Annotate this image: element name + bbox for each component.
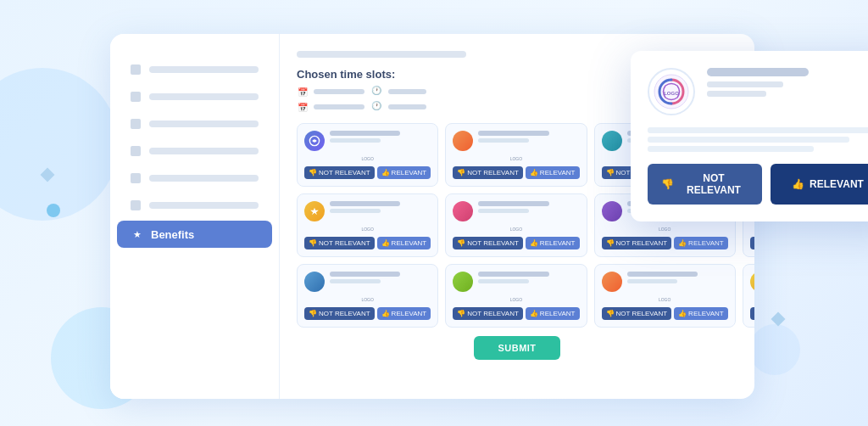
card-9-title-line — [330, 272, 400, 277]
card-5-title-line — [330, 201, 400, 206]
thumbs-down-icon-7: 👎 — [606, 239, 615, 247]
card-1: LOGO 👎 NOT RELEVANT 👍 RELEVANT — [297, 123, 438, 187]
thumbs-down-icon-9: 👎 — [309, 310, 317, 317]
popup-relevant-label: RELEVANT — [810, 178, 864, 190]
card-10-sub-line — [478, 279, 529, 283]
card-9-not-relevant-btn[interactable]: 👎 NOT RELEVANT — [304, 307, 375, 320]
card-10-relevant-btn[interactable]: 👍 RELEVANT — [526, 307, 580, 320]
sidebar-item-1[interactable] — [117, 58, 272, 81]
card-6-not-relevant-label: NOT RELEVANT — [467, 239, 519, 247]
popup-desc-line-2 — [648, 137, 849, 143]
card-2-logo — [453, 131, 473, 151]
card-11-not-relevant-btn[interactable]: 👎 NOT RELEVANT — [602, 307, 672, 320]
sidebar-label-5 — [149, 175, 259, 182]
card-1-not-relevant-label: NOT RELEVANT — [319, 169, 370, 177]
card-1-title-line — [330, 131, 400, 136]
card-6-relevant-btn[interactable]: 👍 RELEVANT — [526, 237, 580, 249]
card-9-header — [304, 272, 431, 292]
thumbs-down-icon-11: 👎 — [606, 310, 615, 317]
card-10-title-line — [478, 272, 548, 277]
popup-desc-lines — [648, 127, 868, 152]
card-12-not-relevant-btn[interactable]: 👎 NOT RELEVANT — [750, 307, 754, 320]
card-11-sub-line — [627, 279, 678, 283]
submit-button[interactable]: SUBMIT — [474, 336, 559, 360]
card-12: LOGO 👎 NOT RELEVANT 👍 RELEVANT — [743, 264, 754, 328]
card-10-text — [478, 272, 579, 283]
card-2-relevant-btn[interactable]: 👍 RELEVANT — [526, 166, 580, 179]
top-bar-placeholder — [297, 51, 466, 58]
card-11: LOGO 👎 NOT RELEVANT 👍 RELEVANT — [594, 264, 736, 328]
popup-sub-line-1 — [707, 81, 783, 87]
card-5-not-relevant-btn[interactable]: 👎 NOT RELEVANT — [304, 237, 375, 249]
card-2-not-relevant-label: NOT RELEVANT — [467, 169, 519, 177]
card-8-not-relevant-btn[interactable]: 👎 NOT RELEVANT — [750, 237, 754, 249]
card-6-not-relevant-btn[interactable]: 👎 NOT RELEVANT — [453, 237, 523, 249]
card-11-logo — [602, 272, 622, 292]
sidebar-item-6[interactable] — [117, 193, 272, 217]
thumbs-up-icon-10: 👍 — [530, 310, 538, 317]
svg-text:LOGO: LOGO — [664, 91, 679, 96]
sidebar-item-benefits[interactable]: ★ Benefits — [117, 221, 272, 248]
popup-title-block — [707, 68, 868, 100]
card-9-relevant-btn[interactable]: 👍 RELEVANT — [377, 307, 431, 320]
sidebar-item-3[interactable] — [117, 112, 272, 136]
sidebar-item-2[interactable] — [117, 85, 272, 109]
card-5-not-relevant-label: NOT RELEVANT — [319, 239, 370, 247]
card-2-not-relevant-btn[interactable]: 👎 NOT RELEVANT — [453, 166, 523, 179]
bg-blob-4 — [749, 324, 800, 375]
card-1-text — [330, 131, 431, 143]
sidebar-icon-4 — [131, 146, 141, 156]
popup-card: LOGO 👎 NOT RELEVANT 👍 RELEVANT — [631, 51, 868, 221]
card-10-relevant-label: RELEVANT — [540, 310, 576, 317]
card-6-sub-line — [478, 209, 529, 213]
popup-relevant-button[interactable]: 👍 RELEVANT — [771, 164, 868, 205]
sidebar-label-1 — [149, 66, 259, 73]
card-1-logo-label: LOGO — [304, 156, 431, 161]
sidebar-icon-3 — [131, 119, 141, 129]
card-11-title-line — [627, 272, 698, 277]
card-1-logo — [304, 131, 325, 151]
card-1-not-relevant-btn[interactable]: 👎 NOT RELEVANT — [304, 166, 375, 179]
card-7-not-relevant-btn[interactable]: 👎 NOT RELEVANT — [602, 237, 672, 249]
card-12-logo-label: LOGO — [750, 297, 754, 302]
thumbs-up-icon-5: 👍 — [381, 239, 390, 247]
card-12-logo — [750, 272, 754, 292]
thumbs-up-icon-7: 👍 — [678, 239, 687, 247]
card-10-not-relevant-btn[interactable]: 👎 NOT RELEVANT — [453, 307, 523, 320]
card-7-relevant-btn[interactable]: 👍 RELEVANT — [674, 237, 728, 249]
popup-logo: LOGO — [648, 68, 695, 115]
thumbs-down-icon-2: 👎 — [457, 169, 465, 177]
card-5-sub-line — [330, 209, 381, 213]
card-1-relevant-btn[interactable]: 👍 RELEVANT — [377, 166, 431, 179]
popup-desc-line-3 — [648, 146, 814, 152]
card-6-logo-label: LOGO — [453, 227, 579, 232]
card-11-relevant-btn[interactable]: 👍 RELEVANT — [674, 307, 728, 320]
card-11-header — [602, 272, 728, 292]
sidebar-item-5[interactable] — [117, 166, 272, 190]
popup-actions: 👎 NOT RELEVANT 👍 RELEVANT — [648, 164, 868, 205]
card-1-actions: 👎 NOT RELEVANT 👍 RELEVANT — [304, 166, 431, 179]
card-10-logo-label: LOGO — [453, 297, 579, 302]
card-7-logo — [602, 201, 622, 221]
card-7-actions: 👎 NOT RELEVANT 👍 RELEVANT — [602, 237, 728, 249]
card-5: LOGO 👎 NOT RELEVANT 👍 RELEVANT — [297, 193, 438, 257]
thumbs-up-icon-2: 👍 — [530, 169, 538, 177]
sidebar-item-4[interactable] — [117, 139, 272, 163]
card-6-relevant-label: RELEVANT — [540, 239, 576, 247]
calendar-icon-1: 📅 — [297, 86, 309, 98]
card-6-actions: 👎 NOT RELEVANT 👍 RELEVANT — [453, 237, 579, 249]
card-6: LOGO 👎 NOT RELEVANT 👍 RELEVANT — [445, 193, 587, 257]
popup-sub-line-2 — [707, 91, 766, 97]
thumbs-up-icon: 👍 — [381, 169, 390, 177]
popup-not-relevant-button[interactable]: 👎 NOT RELEVANT — [648, 164, 762, 205]
card-9-text — [330, 272, 431, 283]
card-10-not-relevant-label: NOT RELEVANT — [467, 310, 519, 317]
card-8-actions: 👎 NOT RELEVANT 👍 RELEVANT — [750, 237, 754, 249]
card-5-relevant-btn[interactable]: 👍 RELEVANT — [377, 237, 431, 249]
slot-time-line-1 — [388, 89, 426, 94]
card-7-logo-label: LOGO — [602, 227, 728, 232]
slot-date-line-1 — [314, 89, 364, 94]
card-2-relevant-label: RELEVANT — [540, 169, 576, 177]
card-9-logo-label: LOGO — [304, 297, 431, 302]
card-2-actions: 👎 NOT RELEVANT 👍 RELEVANT — [453, 166, 579, 179]
